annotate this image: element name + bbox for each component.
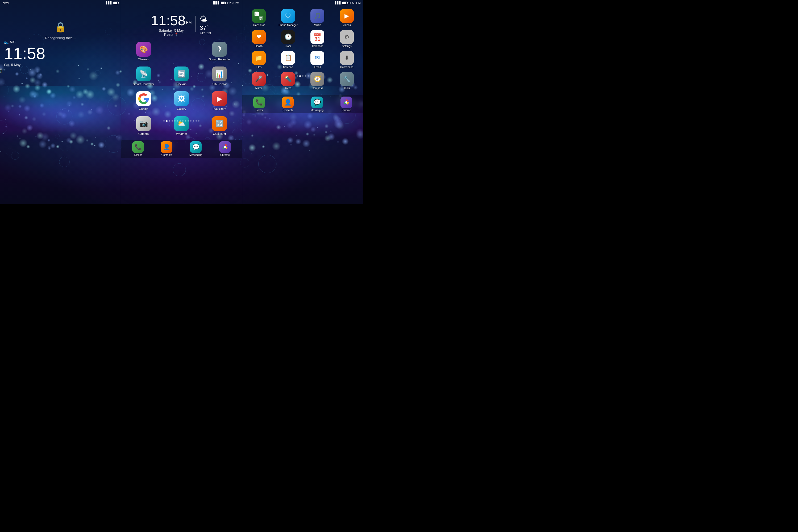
dot-6 — [179, 120, 181, 121]
recognizing-text: Recognising face... — [45, 36, 76, 40]
app-settings[interactable]: ⚙ Settings — [332, 29, 361, 49]
app-row-2: 📡 Smart Controller 🔄 Backup 📊 SIM Toolki… — [121, 64, 242, 89]
camera-label: Camera — [138, 132, 149, 136]
battery-home — [221, 2, 226, 4]
rdot-4 — [307, 75, 309, 77]
app-tools[interactable]: 🔧 Tools — [332, 71, 361, 91]
dot-3 — [172, 120, 173, 121]
app-google[interactable]: Google — [125, 90, 162, 112]
messaging-dock-label: Messaging — [189, 153, 202, 156]
app-gallery[interactable]: 🖼 Gallery — [163, 90, 200, 112]
app-files[interactable]: 📁 Files — [244, 50, 273, 70]
app-torch[interactable]: 🔦 Torch — [274, 71, 302, 91]
signal-icon-apps: ▋▋▋ — [335, 1, 341, 4]
phone-manager-label: Phone Manager — [279, 24, 298, 27]
apps-status-bar: ▋▋▋ 11:58 PM — [242, 0, 363, 5]
apps-contacts-dock-label: Contacts — [283, 109, 293, 112]
status-icons-home: ▋▋▋ 11:58 PM — [213, 1, 239, 4]
themes-label: Themes — [138, 58, 149, 61]
play-store-icon: ▶ — [212, 91, 227, 106]
app-videos[interactable]: ▶ Videos — [332, 8, 361, 28]
torch-icon: 🔦 — [281, 72, 295, 86]
lock-time: 11:58 — [4, 45, 117, 62]
dot-0 — [163, 120, 165, 121]
dock-contacts[interactable]: 👤 Contacts — [161, 141, 172, 156]
app-backup[interactable]: 🔄 Backup — [163, 65, 200, 88]
app-clock[interactable]: 🕐 Clock — [274, 29, 302, 49]
app-mirror[interactable]: 🎤 Mirror — [244, 71, 273, 91]
camera-icon-app: 📷 — [136, 116, 151, 131]
app-health[interactable]: ❤ Health — [244, 29, 273, 49]
rdot-1-active — [299, 75, 301, 77]
play-store-label: Play Store — [213, 107, 226, 111]
dock-dialler[interactable]: 📞 Dialler — [132, 141, 144, 156]
svg-text:→: → — [257, 13, 259, 15]
calendar-label: Calendar — [312, 45, 323, 48]
app-calendar[interactable]: MAY 31 Calendar — [303, 29, 332, 49]
app-phone-manager[interactable]: 🛡 Phone Manager — [274, 8, 302, 28]
notepad-icon: 📋 — [281, 51, 295, 65]
lock-status-bar: airtel ▋▋▋ — [0, 0, 121, 5]
app-email[interactable]: ✉ Email — [303, 50, 332, 70]
clock-widget: 11:58PM Saturday, 5 May Patna 📍 🌤 37° 41… — [121, 5, 242, 39]
messaging-dock-icon: 💬 — [190, 141, 202, 153]
dock-messaging[interactable]: 💬 Messaging — [189, 141, 202, 156]
apps-dock-chrome[interactable]: Chrome — [341, 97, 352, 112]
tools-icon: 🔧 — [340, 72, 354, 86]
weather-label: Weather — [176, 132, 187, 136]
app-sim-toolkit[interactable]: 📊 SIM Toolkit — [201, 65, 238, 88]
app-themes[interactable]: 🎨 Themes — [125, 40, 162, 63]
clock-location: Patna 📍 — [151, 33, 191, 36]
home-status-bar: ▋▋▋ 11:58 PM — [121, 0, 242, 5]
app-camera[interactable]: 📷 Camera — [125, 115, 162, 137]
app-smart-controller[interactable]: 📡 Smart Controller — [125, 65, 162, 88]
app-compass[interactable]: 🧭 Compass — [303, 71, 332, 91]
music-icon: 🎵 — [310, 9, 324, 23]
app-empty1 — [163, 40, 200, 63]
mirror-label: Mirror — [255, 87, 262, 90]
time-home: 11:58 PM — [227, 1, 239, 4]
lock-content[interactable]: 🔒 Recognising face... — [0, 5, 121, 40]
videos-label: Videos — [343, 24, 350, 27]
apps-contacts-dock-icon: 👤 — [282, 97, 294, 108]
rdot-0 — [297, 75, 298, 77]
step-count: 👟 503 — [4, 40, 117, 44]
app-notepad[interactable]: 📋 Notepad — [274, 50, 302, 70]
app-music[interactable]: 🎵 Music — [303, 8, 332, 28]
lock-icon: 🔒 — [55, 22, 66, 33]
step-icon: 👟 — [4, 40, 8, 44]
camera-shortcut-icon[interactable]: 📷 — [0, 67, 117, 73]
dot-4 — [174, 120, 175, 121]
rdot-2 — [302, 75, 304, 77]
svg-point-8 — [345, 101, 347, 103]
apps-dock: 📞 Dialler 👤 Contacts 💬 Messaging Chrome — [242, 95, 363, 113]
apps-dock-dialler[interactable]: 📞 Dialler — [253, 97, 265, 112]
weather-condition-icon: 🌤 — [200, 15, 212, 23]
sound-recorder-label: Sound Recorder — [209, 58, 230, 61]
app-row-camera: 📷 Camera ⛅ Weather 🔢 Calculator — [121, 114, 242, 138]
calendar-icon: MAY 31 — [310, 30, 324, 44]
torch-label: Torch — [285, 87, 291, 90]
app-weather2[interactable]: ⛅ Weather — [163, 115, 200, 137]
app-calculator[interactable]: 🔢 Calculator — [201, 115, 238, 137]
clock-time-display: 11:58PM — [151, 14, 191, 27]
page-dots-home — [121, 120, 242, 122]
home-screen-panel: ▋▋▋ 11:58 PM 11:58PM Saturday, 5 May Pat… — [121, 0, 242, 204]
apps-dock-messaging[interactable]: 💬 Messaging — [311, 97, 323, 112]
music-label: Music — [314, 24, 321, 27]
dot-9 — [188, 120, 189, 121]
videos-icon: ▶ — [340, 9, 354, 23]
chrome-dock-icon — [219, 141, 231, 153]
files-icon: 📁 — [252, 51, 266, 65]
downloads-label: Downloads — [340, 66, 353, 69]
app-sound-recorder[interactable]: 🎙 Sound Recorder — [201, 40, 238, 63]
rdot-3 — [305, 75, 306, 77]
apps-dock-contacts[interactable]: 👤 Contacts — [282, 97, 294, 112]
app-downloads[interactable]: ⬇ Downloads — [332, 50, 361, 70]
email-label: Email — [314, 66, 321, 69]
app-play-store[interactable]: ▶ Play Store — [201, 90, 238, 112]
sim-toolkit-icon: 📊 — [212, 66, 227, 81]
lock-screen-panel: airtel ▋▋▋ 🔒 Recognising face... 👟 503 1… — [0, 0, 121, 204]
app-translator[interactable]: a 字 → Translator — [244, 8, 273, 28]
dock-chrome[interactable]: Chrome — [219, 141, 231, 156]
